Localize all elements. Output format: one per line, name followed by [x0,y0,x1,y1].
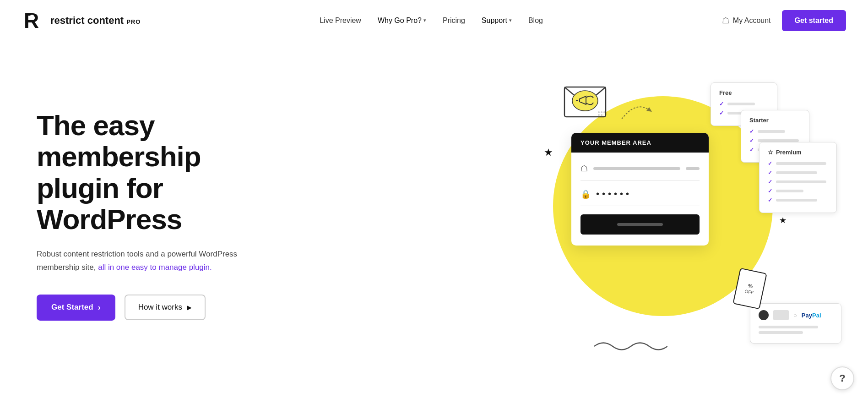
check-icon: ✓ [768,160,772,167]
login-card-body: ☖ 🔒 •••••• [571,153,709,246]
free-card-title: Free [719,89,769,96]
payment-separator: ○ [793,312,797,319]
nav-blog[interactable]: Blog [528,16,543,25]
svg-point-6 [598,111,600,113]
username-line [593,167,680,170]
hero-content: The easy membership plugin for WordPress… [37,110,275,321]
svg-point-10 [601,114,602,116]
main-nav: Live Preview Why Go Pro? ▾ Pricing Suppo… [320,16,543,25]
logo[interactable]: R restrict contentPRO [22,9,141,33]
svg-point-2 [30,15,34,19]
hero-get-started-button[interactable]: Get Started › [37,295,115,321]
header: R restrict contentPRO Live Preview Why G… [0,0,868,41]
star-decor-right: ★ [779,215,787,225]
paypal-icon: PayPal [802,312,821,319]
password-field: 🔒 •••••• [580,189,700,206]
payment-line-2 [759,331,803,334]
my-account-link[interactable]: ☖ My Account [722,16,771,26]
member-area-label: YOUR MEMBER AREA [571,133,709,153]
svg-point-9 [598,114,600,116]
login-submit-bar[interactable] [580,214,700,235]
premium-row-3: ✓ [768,179,828,185]
login-card: YOUR MEMBER AREA ☖ 🔒 •••••• [571,133,709,246]
check-icon: ✓ [768,188,772,194]
hero-title: The easy membership plugin for WordPress [37,110,275,235]
header-get-started-button[interactable]: Get started [782,10,846,31]
premium-row-1: ✓ [768,160,828,167]
payment-card-decor: ○ PayPal [750,303,841,344]
star-premium-icon: ☆ [768,149,773,156]
user-field-icon: ☖ [580,164,588,174]
premium-row-5: ✓ [768,197,828,203]
brand-name: restrict contentPRO [50,15,141,27]
payment-line-1 [759,326,818,328]
svg-marker-11 [646,107,652,112]
wave-decor [594,337,667,357]
arrow-curve-decor [617,96,654,126]
nav-why-go-pro[interactable]: Why Go Pro? ▾ [378,16,426,25]
why-go-pro-chevron-icon: ▾ [423,17,426,23]
check-icon: ✓ [749,137,754,144]
premium-card-title: ☆ Premium [768,149,828,156]
premium-row-2: ✓ [768,169,828,176]
credit-card-icon [773,310,789,320]
nav-live-preview[interactable]: Live Preview [320,16,361,25]
password-dots: •••••• [596,189,700,199]
hero-illustration: ★ ★ [526,60,846,371]
payment-icons-row: ○ PayPal [759,310,833,320]
check-icon: ✓ [749,128,754,135]
pricing-card-premium: ☆ Premium ✓ ✓ ✓ ✓ ✓ [759,142,837,213]
hero-subtitle-link[interactable]: all in one easy to manage plugin. [98,263,212,272]
username-field: ☖ [580,164,700,180]
premium-row-4: ✓ [768,188,828,194]
login-btn-line [617,223,663,226]
support-chevron-icon: ▾ [509,17,512,23]
envelope-decor [562,78,613,121]
header-actions: ☖ My Account Get started [722,10,846,31]
svg-text:R: R [24,9,39,33]
svg-point-8 [603,111,605,113]
hero-buttons: Get Started › How it works ▶ [37,295,275,321]
hero-section: The easy membership plugin for WordPress… [0,41,868,389]
starter-row-1: ✓ [749,128,801,135]
check-icon: ✓ [768,169,772,176]
star-decor-left: ★ [544,147,553,158]
check-icon: ✓ [768,179,772,185]
starter-card-title: Starter [749,117,801,124]
nav-pricing[interactable]: Pricing [443,16,465,25]
check-icon: ✓ [719,101,724,107]
hero-subtitle: Robust content restriction tools and a p… [37,248,247,274]
svg-point-7 [601,111,602,113]
free-row-1: ✓ [719,101,769,107]
get-started-chevron-icon: › [98,303,101,312]
check-icon: ✓ [719,110,724,116]
nav-support[interactable]: Support ▾ [482,16,512,25]
hero-how-it-works-button[interactable]: How it works ▶ [125,295,206,320]
payment-dot-icon [759,310,769,320]
logo-icon: R [22,9,46,33]
lock-icon: 🔒 [580,189,591,199]
check-icon: ✓ [749,147,754,153]
help-button[interactable]: ? [830,366,854,389]
how-it-works-arrow-icon: ▶ [187,304,192,311]
check-icon: ✓ [768,197,772,203]
user-icon: ☖ [722,16,729,26]
